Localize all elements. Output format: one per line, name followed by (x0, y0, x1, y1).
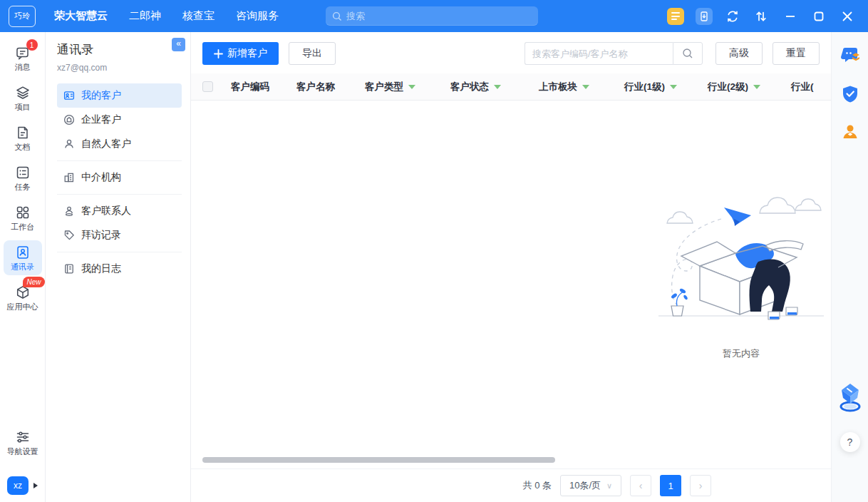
tag-icon (63, 230, 75, 241)
sidebar-item-contacts[interactable]: 通讯录 (4, 240, 42, 275)
grid-icon (15, 205, 31, 220)
enterprise-icon (63, 114, 75, 125)
page-number-1[interactable]: 1 (660, 475, 681, 496)
sidebar-item-tasks[interactable]: 任务 (4, 160, 42, 195)
menu-item-customer-contacts[interactable]: 客户联系人 (57, 199, 182, 223)
menu-divider (57, 194, 182, 195)
empty-state: 暂无内容 (656, 175, 827, 360)
filter-caret-icon[interactable] (408, 85, 415, 89)
contacts-book-icon (15, 245, 31, 260)
app-download-icon[interactable] (696, 8, 713, 25)
menu-item-enterprise-customers[interactable]: 企业客户 (57, 108, 182, 132)
menu-item-label: 自然人客户 (81, 138, 131, 150)
maximize-button[interactable] (808, 6, 830, 27)
floating-tools-strip: ? (831, 32, 868, 502)
main-content: 新增客户 导出 高级 重置 客户编码 客户名称 客户类型 客户状态 (191, 32, 831, 502)
top-tab-zixunfuwu[interactable]: 咨询服务 (236, 9, 279, 23)
minimize-button[interactable] (780, 6, 801, 27)
advanced-filter-button[interactable]: 高级 (715, 42, 763, 65)
prev-page-button[interactable]: ‹ (630, 475, 651, 496)
sidebar-item-messages[interactable]: 消息 1 (4, 41, 42, 76)
document-icon (15, 125, 31, 140)
sidebar-item-nav-settings[interactable]: 导航设置 (4, 425, 42, 460)
sidebar-item-workbench[interactable]: 工作台 (4, 200, 42, 235)
page-size-select[interactable]: 10条/页 ∨ (560, 475, 621, 496)
top-tab-hechabao[interactable]: 核查宝 (182, 9, 215, 23)
add-customer-button[interactable]: 新增客户 (202, 42, 279, 65)
column-customer-status[interactable]: 客户状态 (450, 81, 539, 93)
next-page-button[interactable]: › (690, 475, 711, 496)
contact-card-icon[interactable] (842, 123, 859, 143)
menu-item-label: 中介机构 (81, 171, 121, 184)
title-bar: 巧玲 荣大智慧云 二郎神 核查宝 咨询服务 (0, 0, 868, 32)
menu-item-label: 我的客户 (81, 89, 121, 102)
id-card-icon (63, 90, 75, 101)
column-customer-code[interactable]: 客户编码 (231, 81, 296, 93)
customer-search-input[interactable] (525, 42, 673, 65)
sidebar-item-projects[interactable]: 项目 (4, 81, 42, 116)
sidebar-item-documents[interactable]: 文档 (4, 121, 42, 155)
customer-search-button[interactable] (673, 42, 703, 65)
menu-item-visit-records[interactable]: 拜访记录 (57, 223, 182, 247)
column-industry-truncated[interactable]: 行业( (791, 81, 831, 93)
global-search-input[interactable] (346, 11, 532, 21)
global-search-box[interactable] (326, 6, 538, 26)
sidebar-item-label: 通讯录 (11, 262, 34, 272)
export-button[interactable]: 导出 (289, 42, 336, 65)
filter-caret-icon[interactable] (582, 85, 589, 89)
filter-caret-icon[interactable] (670, 85, 677, 89)
horizontal-scrollbar (202, 457, 820, 463)
sidebar-item-label: 项目 (15, 103, 31, 112)
menu-item-label: 我的日志 (81, 262, 121, 275)
sliders-icon (15, 429, 31, 445)
collapse-panel-button[interactable]: « (172, 38, 185, 51)
column-industry-l2[interactable]: 行业(2级) (708, 81, 791, 93)
search-icon (682, 48, 693, 59)
scrollbar-thumb[interactable] (202, 457, 555, 463)
sidebar-item-app-center[interactable]: 应用中心 New (4, 280, 42, 315)
help-button[interactable]: ? (840, 432, 860, 452)
filter-caret-icon[interactable] (753, 85, 760, 89)
column-listing-board[interactable]: 上市板块 (539, 81, 624, 93)
menu-item-my-journal[interactable]: 我的日志 (57, 257, 182, 281)
message-count-badge: 1 (26, 39, 38, 51)
close-button[interactable] (837, 6, 858, 27)
column-customer-type[interactable]: 客户类型 (365, 81, 450, 93)
column-industry-l1[interactable]: 行业(1级) (624, 81, 708, 93)
column-customer-name[interactable]: 客户名称 (296, 81, 365, 93)
contacts-menu: 我的客户 企业客户 自然人客户 中介机构 客 (57, 83, 182, 281)
sync-icon[interactable] (724, 8, 741, 25)
select-all-checkbox[interactable] (202, 81, 213, 92)
menu-item-label: 企业客户 (81, 113, 121, 126)
gem-cube-icon[interactable] (837, 382, 863, 415)
primary-sidebar: 消息 1 项目 文档 任务 工作台 通讯录 (0, 32, 46, 502)
user-avatar[interactable]: xz (7, 476, 29, 495)
avatar-expand-arrow[interactable] (33, 483, 38, 488)
filter-caret-icon[interactable] (494, 85, 501, 89)
task-list-icon (15, 165, 31, 180)
top-tab-erlangshen[interactable]: 二郎神 (129, 9, 161, 23)
journal-icon (63, 263, 75, 275)
top-tab-rongda[interactable]: 荣大智慧云 (54, 9, 108, 23)
menu-item-label: 客户联系人 (81, 205, 131, 217)
customer-service-chat-icon[interactable] (840, 46, 860, 68)
app-logo[interactable]: 巧玲 (9, 6, 36, 27)
person-icon (63, 138, 75, 150)
notes-icon[interactable] (667, 8, 684, 25)
plus-icon (214, 49, 223, 58)
pagination-bar: 共 0 条 10条/页 ∨ ‹ 1 › (191, 468, 831, 502)
sidebar-item-label: 任务 (15, 183, 31, 192)
app-window: 巧玲 荣大智慧云 二郎神 核查宝 咨询服务 (0, 0, 868, 502)
menu-item-individual-customers[interactable]: 自然人客户 (57, 132, 182, 156)
menu-item-label: 拜访记录 (81, 229, 121, 242)
sidebar-item-label: 导航设置 (7, 447, 38, 456)
menu-item-intermediaries[interactable]: 中介机构 (57, 165, 182, 190)
reset-button[interactable]: 重置 (773, 42, 820, 65)
sidebar-item-label: 应用中心 (7, 302, 38, 312)
sidebar-item-label: 文档 (15, 143, 31, 152)
transfer-icon[interactable] (753, 8, 770, 25)
menu-item-my-customers[interactable]: 我的客户 (57, 83, 182, 108)
top-nav: 荣大智慧云 二郎神 核查宝 咨询服务 (54, 9, 279, 23)
account-email: xz7@qq.com (57, 63, 182, 73)
shield-check-icon[interactable] (842, 85, 859, 106)
